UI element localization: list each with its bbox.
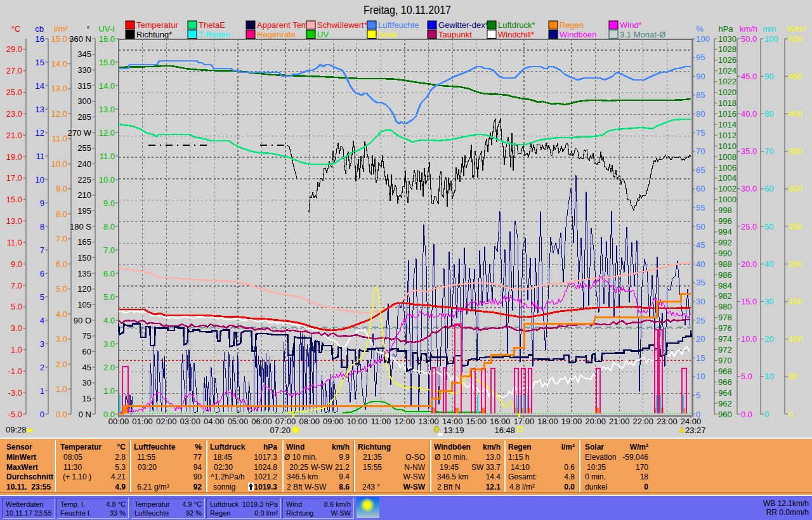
svg-text:11:00: 11:00 [371, 417, 391, 426]
svg-text:Taupunkt: Taupunkt [438, 30, 472, 39]
svg-text:UV-I: UV-I [98, 24, 114, 34]
svg-text:80: 80 [764, 109, 773, 119]
svg-text:994: 994 [718, 227, 732, 237]
svg-text:100: 100 [789, 334, 802, 344]
svg-text:100: 100 [764, 34, 778, 44]
svg-text:986: 986 [718, 270, 732, 280]
svg-text:Apparent Tem: Apparent Tem [257, 20, 308, 30]
svg-text:60: 60 [82, 347, 91, 356]
svg-text:07:20: 07:20 [270, 426, 291, 435]
svg-text:315: 315 [77, 81, 91, 91]
svg-text:50: 50 [789, 372, 797, 381]
svg-text:1022: 1022 [718, 77, 737, 86]
svg-text:1006: 1006 [718, 163, 737, 172]
svg-text:Luftfeuchte: Luftfeuchte [378, 20, 419, 30]
svg-text:-1.0: -1.0 [8, 367, 22, 376]
svg-text:990: 990 [718, 249, 732, 258]
svg-text:55: 55 [696, 203, 705, 212]
svg-text:50.0: 50.0 [741, 34, 757, 44]
svg-text:200: 200 [789, 259, 802, 269]
svg-text:Temperatur: Temperatur [136, 20, 178, 30]
svg-text:135: 135 [77, 269, 91, 278]
svg-text:330: 330 [77, 65, 91, 75]
svg-text:13: 13 [36, 105, 44, 114]
svg-text:W/m²: W/m² [787, 24, 807, 34]
svg-text:04:00: 04:00 [204, 417, 225, 426]
svg-text:%: % [696, 24, 704, 34]
svg-text:13.0: 13.0 [99, 105, 115, 114]
svg-text:4.0: 4.0 [56, 309, 67, 319]
svg-text:3.0: 3.0 [11, 323, 22, 333]
svg-text:UV: UV [317, 30, 329, 39]
svg-text:60: 60 [764, 184, 773, 193]
svg-text:100: 100 [696, 34, 710, 44]
svg-text:30: 30 [82, 378, 91, 387]
svg-text:00:00: 00:00 [108, 417, 129, 426]
svg-text:11.0: 11.0 [100, 152, 115, 161]
svg-text:1000: 1000 [718, 195, 737, 204]
svg-text:40.0: 40.0 [741, 109, 757, 119]
svg-text:15:00: 15:00 [466, 417, 487, 426]
svg-text:964: 964 [718, 388, 732, 398]
svg-text:360 N: 360 N [69, 34, 91, 44]
svg-text:19:00: 19:00 [561, 417, 582, 426]
svg-text:65: 65 [696, 166, 705, 175]
svg-text:0.0: 0.0 [741, 410, 752, 419]
svg-text:1020: 1020 [718, 88, 737, 97]
svg-text:7: 7 [40, 245, 44, 255]
svg-text:2.0: 2.0 [103, 363, 115, 372]
svg-text:11.0: 11.0 [7, 238, 22, 247]
svg-text:5.0: 5.0 [103, 292, 115, 302]
svg-text:03:00: 03:00 [180, 417, 201, 426]
svg-text:978: 978 [718, 313, 732, 322]
svg-text:Regenrate: Regenrate [257, 30, 296, 39]
svg-text:-3.0: -3.0 [8, 388, 22, 398]
svg-text:195: 195 [77, 206, 91, 216]
svg-text:50: 50 [764, 222, 773, 231]
svg-text:25: 25 [696, 316, 705, 325]
svg-text:10.0: 10.0 [51, 159, 67, 169]
svg-text:13:19: 13:19 [443, 426, 464, 435]
svg-text:988: 988 [718, 259, 732, 269]
svg-text:0.0: 0.0 [56, 410, 67, 419]
svg-text:23:27: 23:27 [685, 426, 706, 435]
svg-text:250: 250 [789, 222, 802, 231]
svg-text:10:00: 10:00 [347, 417, 368, 426]
svg-text:30: 30 [696, 297, 705, 306]
svg-text:15.0: 15.0 [99, 58, 115, 67]
svg-text:09:28: 09:28 [6, 425, 27, 434]
svg-text:998: 998 [718, 205, 732, 215]
svg-text:40: 40 [696, 259, 705, 269]
svg-text:80: 80 [696, 109, 705, 119]
svg-text:20.0: 20.0 [741, 259, 757, 269]
svg-text:Schwülewert*: Schwülewert* [317, 20, 367, 30]
svg-text:16: 16 [36, 34, 44, 44]
svg-text:10: 10 [696, 372, 705, 381]
svg-text:3: 3 [40, 339, 44, 349]
svg-text:13:00: 13:00 [418, 417, 439, 426]
svg-text:25.0: 25.0 [741, 222, 757, 231]
svg-text:95: 95 [696, 53, 705, 62]
svg-text:150: 150 [789, 297, 802, 306]
svg-text:1002: 1002 [718, 184, 737, 193]
svg-text:3.1 Monat-Ø: 3.1 Monat-Ø [620, 30, 665, 39]
svg-text:19.0: 19.0 [6, 152, 22, 162]
svg-text:35: 35 [696, 278, 705, 287]
svg-text:29.0: 29.0 [6, 44, 22, 54]
svg-text:70: 70 [696, 146, 705, 156]
svg-text:960: 960 [718, 410, 732, 419]
svg-text:1014: 1014 [718, 120, 737, 129]
svg-text:09:00: 09:00 [323, 417, 344, 426]
svg-text:Wind*: Wind* [620, 20, 642, 30]
svg-text:Richtung*: Richtung* [136, 30, 172, 39]
svg-text:15.0: 15.0 [51, 34, 67, 44]
svg-text:12:00: 12:00 [395, 417, 416, 426]
svg-text:45: 45 [82, 363, 91, 372]
svg-text:1028: 1028 [718, 44, 737, 54]
svg-text:-5.0: -5.0 [8, 410, 22, 419]
svg-text:0 N: 0 N [79, 410, 91, 419]
svg-text:02:00: 02:00 [156, 417, 177, 426]
svg-text:350: 350 [789, 146, 802, 156]
svg-text:5.0: 5.0 [56, 284, 67, 294]
svg-text:9.0: 9.0 [11, 259, 22, 269]
